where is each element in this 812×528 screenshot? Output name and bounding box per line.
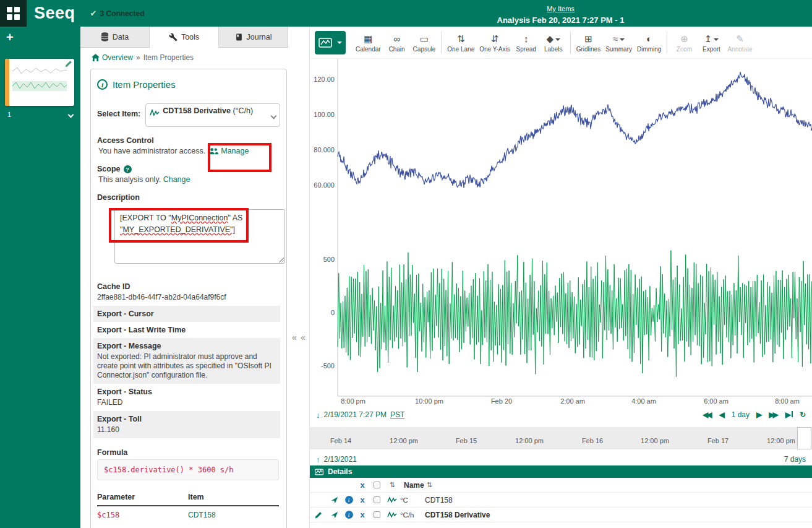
item-name[interactable]: CDT158 [421,496,453,504]
breadcrumb-overview-link[interactable]: Overview [92,53,133,62]
details-chart-icon [315,469,323,475]
annotate-icon: ✎ [736,33,744,44]
connection-status[interactable]: ✔ 3 Connected [90,9,145,18]
remove-icon[interactable]: x [356,495,369,504]
collapse-panel-icon[interactable]: « [301,332,306,342]
one-y-axis-icon: ⇵ [491,33,499,44]
x-axis-label: 2:00 am [560,397,585,405]
my-items-link[interactable]: My Items [547,5,575,12]
series-line [338,251,812,377]
timeline-label: 12:00 pm [515,437,544,444]
step-forward-half-button[interactable]: ▶ [756,410,762,419]
timeline-selected-range[interactable] [797,427,811,449]
toolbar-capsule-button[interactable]: ▭Capsule [411,33,438,53]
signal-icon [384,496,400,503]
timeline-band[interactable] [310,427,812,449]
worksheet-menu-chevron[interactable] [68,111,74,118]
active-worksheet-indicator [5,59,9,106]
edit-worksheet-icon[interactable] [65,60,72,67]
seeq-logo[interactable]: Seeq [34,4,75,23]
zoom-icon: ⊕ [680,33,688,44]
manage-link[interactable]: Manage [209,147,249,155]
step-back-full-button[interactable]: ◀◀ [703,410,710,419]
remove-icon[interactable]: x [356,510,369,519]
investigate-range-duration[interactable]: 7 days [784,455,806,464]
description-label: Description [97,193,280,202]
collapse-panel-icon[interactable]: « [292,332,297,342]
select-all-checkbox[interactable] [369,482,384,488]
journal-icon [235,33,243,41]
chevron-down-icon [620,38,625,41]
timezone-link[interactable]: PST [390,410,404,419]
name-column-header[interactable]: Name⇅ [400,481,432,490]
home-icon [92,54,100,61]
panel-divider: « « [288,27,309,528]
calendar-icon: ▦ [364,33,372,44]
sort-type-icon[interactable]: ⇅ [389,481,395,489]
details-panel: Details x ⇅ Name⇅ ix°CCDT158ix°C/hCDT158… [310,465,812,528]
auto-update-icon[interactable]: ↻ [800,410,806,419]
scope-text: This analysis only. [98,175,161,184]
investigate-start-arrow-icon: ↑ [316,455,320,464]
toolbar-one-lane-button[interactable]: ⇅One Lane [445,33,477,53]
details-row[interactable]: ix°CCDT158 [310,493,812,508]
step-back-half-button[interactable]: ◀ [719,410,724,419]
scope-change-link[interactable]: Change [163,175,190,184]
details-table-header: x ⇅ Name⇅ [310,478,812,493]
step-forward-full-button[interactable]: ▶▶ [769,410,776,419]
toolbar-gridlines-button[interactable]: ⊞Gridlines [574,33,603,53]
step-size-label[interactable]: 1 day [732,410,750,419]
signal-icon [384,511,400,518]
x-axis-label: 4:00 am [631,397,656,405]
toolbar-annotate-button: ✎Annotate [725,33,754,53]
timeline-label: Feb 15 [456,437,477,444]
toolbar-separator [667,32,667,54]
toolbar-summary-button[interactable]: ≈Summary [603,33,635,53]
remove-all-header[interactable]: x [356,480,369,490]
investigate-range-row: ↑ 2/13/2021 7 days [310,453,812,465]
worksheet-sidebar: + 1 [0,27,80,528]
investigate-range-start[interactable]: 2/13/2021 [324,455,357,464]
select-item-dropdown[interactable]: CDT158 Derivative (°C/h) [145,103,280,127]
step-to-end-button[interactable]: ▶ [785,410,793,419]
details-header[interactable]: Details [310,465,812,478]
export-icon: ↥ [704,33,712,44]
edit-item-icon[interactable] [310,511,327,519]
toolbar-zoom-button: ⊕Zoom [670,33,698,53]
info-icon: i [97,79,108,90]
navigate-icon[interactable] [327,496,342,504]
y-axis-label: 60.000 [310,181,335,189]
tab-tools[interactable]: Tools [150,27,219,48]
help-icon[interactable]: ? [124,165,132,173]
investigate-timeline[interactable]: Feb 1412:00 pmFeb 1512:00 pmFeb 1612:00 … [310,422,812,453]
tab-data[interactable]: Data [80,27,150,47]
item-name[interactable]: CDT158 Derivative [421,511,490,519]
toolbar-export-button[interactable]: ↥Export [698,33,725,53]
toolbar-spread-button[interactable]: ↕Spread [513,33,540,53]
row-checkbox[interactable] [369,511,384,518]
worksheet-thumbnail[interactable] [5,59,74,106]
info-icon[interactable]: i [342,496,356,504]
view-mode-dropdown[interactable] [315,31,346,54]
add-worksheet-button[interactable]: + [6,30,14,45]
timeline-label: Feb 17 [707,437,729,444]
scope-label: Scope [97,165,121,173]
thumbnail-chart [12,64,69,101]
trend-chart[interactable]: 120.00100.0080.00060.0005000-5008:00 pm1… [310,59,812,407]
info-icon[interactable]: i [342,511,356,519]
toolbar-dimming-button[interactable]: ◐Dimming [635,33,664,53]
toolbar-one-y-axis-button[interactable]: ⇵One Y-Axis [477,33,512,53]
display-range-start[interactable]: 2/19/2021 7:27 PM [324,410,387,419]
navigate-icon[interactable] [327,511,342,519]
toolbar-chain-button[interactable]: ∞Chain [383,33,411,53]
row-checkbox[interactable] [369,496,384,503]
users-icon [209,147,218,155]
details-row[interactable]: ix°C/hCDT158 Derivative [310,508,812,522]
toolbar-calendar-button[interactable]: ▦Calendar [353,33,383,53]
description-textarea[interactable]: [EXPORT TO "MyPIConnection" AS "MY_EXPOR… [114,209,285,264]
toolbar-labels-button[interactable]: ◆Labels [540,33,567,53]
app-launcher-icon[interactable] [0,0,27,27]
breadcrumb: Overview » Item Properties [80,48,288,66]
parameter-item-link[interactable]: CDT158 [188,506,279,521]
tab-journal[interactable]: Journal [219,27,288,47]
